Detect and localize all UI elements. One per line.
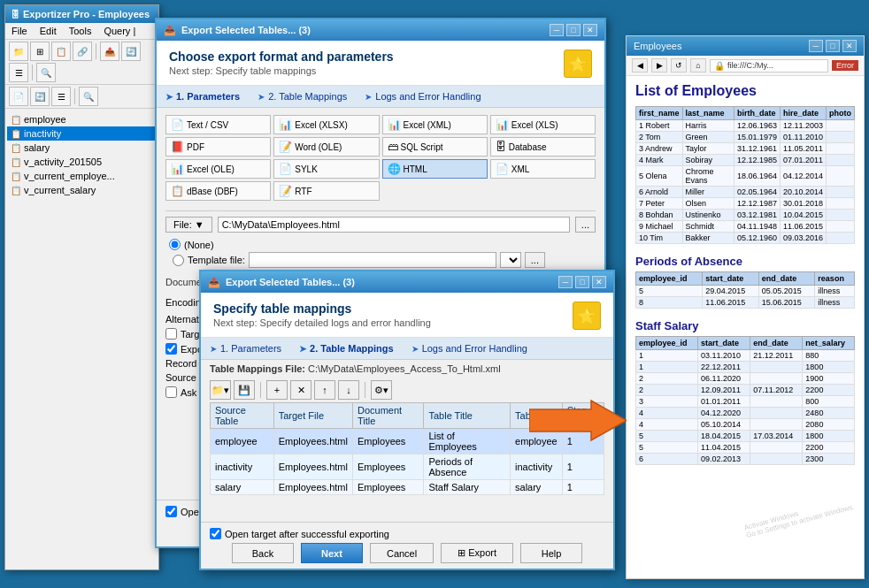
dialog2-tab-logs[interactable]: ➤ Logs and Error Handling [411,343,527,354]
dialog2-tab-parameters[interactable]: ➤ 1. Parameters [210,343,281,354]
format-sylk[interactable]: 📄 SYLK [273,159,379,179]
toolbar-btn-3[interactable]: 📋 [51,42,71,61]
menu-tools[interactable]: Tools [66,25,95,37]
format-word-ole[interactable]: 📝 Word (OLE) [273,137,379,157]
preview-close[interactable]: ✕ [842,40,857,52]
format-database-icon: 🗄 [496,141,506,153]
dialog2-export-button[interactable]: ⊞ Export [441,543,513,563]
format-database[interactable]: 🗄 Database [490,137,596,157]
toolbar2-btn-3[interactable]: ☰ [51,87,71,106]
sidebar-item-v-activity[interactable]: 📋 v_activity_201505 [7,155,157,169]
toolbar2-btn-4[interactable]: 🔍 [79,87,98,106]
dialog2-cancel-button[interactable]: Cancel [370,543,434,563]
toolbar-btn-6[interactable]: 🔄 [121,42,141,61]
file-type-label: File: [173,219,192,230]
dialog2-next-button[interactable]: Next [301,543,363,563]
dialog1-tab-parameters[interactable]: ➤ 1. Parameters [165,91,240,102]
template-file-label: Template file: [188,255,245,265]
template-browse-button[interactable]: ... [525,252,545,268]
mapping-add-btn[interactable]: + [266,380,288,400]
dialog2-close[interactable]: ✕ [592,276,606,288]
format-rtf[interactable]: 📝 RTF [273,181,379,201]
dialog1-maximize[interactable]: □ [566,24,581,36]
file-browse-button[interactable]: ... [575,217,596,233]
open-target-checkbox[interactable] [165,506,177,517]
toolbar2-btn-1[interactable]: 📄 [9,87,28,106]
menu-edit[interactable]: Edit [37,25,59,37]
toolbar-btn-1[interactable]: 📁 [9,42,28,61]
mapping-delete-btn[interactable]: ✕ [290,380,311,400]
format-text-csv-icon: 📄 [171,118,184,131]
dialog1-close[interactable]: ✕ [583,24,597,36]
toolbar-btn-5[interactable]: 📤 [100,42,119,61]
menu-query[interactable]: Query | [101,25,138,37]
dialog1-tab-mappings[interactable]: ➤ 2. Table Mappings [258,91,347,102]
template-file-input[interactable] [249,252,496,268]
mapping-up-btn[interactable]: ↑ [314,380,335,400]
map-sep-1 [260,382,261,398]
toolbar-sep-2 [32,65,33,80]
ask-checkbox[interactable] [165,386,177,398]
preview-maximize[interactable]: □ [826,40,840,52]
dialog2-titlebar: 📤 Export Selected Tables... (3) ─ □ ✕ [201,271,613,293]
menu-file[interactable]: File [9,25,30,37]
toolbar-btn-4[interactable]: 🔗 [73,42,92,61]
preview-titlebar: Employees ─ □ ✕ [627,36,864,56]
preview-back-btn[interactable]: ◀ [632,58,648,73]
preview-minimize[interactable]: ─ [809,40,823,52]
toolbar-btn-2[interactable]: ⊞ [30,42,50,61]
preview-content: List of Employees first_name last_name b… [627,76,864,565]
preview-absence-title: Periods of Absence [635,255,855,268]
tab3-arrow: ➤ [365,92,372,102]
preview-refresh-btn[interactable]: ↺ [671,58,687,73]
template-none-radio[interactable] [169,239,181,250]
format-excel-xml[interactable]: 📊 Excel (XML) [382,115,488,134]
toolbar2-btn-2[interactable]: 🔄 [30,87,50,106]
table-row[interactable]: employee Employees.html Employees List o… [211,429,604,454]
dialog2-minimize[interactable]: ─ [558,276,573,288]
toolbar-btn-8[interactable]: 🔍 [36,63,56,82]
sidebar-item-inactivity[interactable]: 📋 inactivity [7,126,157,141]
template-file-select[interactable] [500,252,521,268]
template-file-radio[interactable] [173,255,184,266]
dialog1-tab-logs[interactable]: ➤ Logs and Error Handling [365,91,481,102]
preview-salary-table: employee_id start_date end_date net_sala… [635,336,855,465]
dialog1-minimize[interactable]: ─ [550,24,564,36]
sidebar-item-v-current-salary[interactable]: 📋 v_current_salary [7,183,157,197]
format-html[interactable]: 🌐 HTML [382,159,488,179]
dialog2-tab-mappings[interactable]: ➤ 2. Table Mappings [299,343,394,354]
format-excel-ole[interactable]: 📊 Excel (OLE) [165,159,271,179]
file-path-input[interactable] [218,217,570,233]
col-doc-title: Document Title [352,403,424,429]
dialog2-back-button[interactable]: Back [232,543,294,563]
format-excel-xlsx[interactable]: 📊 Excel (XLSX) [273,115,379,134]
format-pdf[interactable]: 📕 PDF [165,137,271,157]
mapping-folder-btn[interactable]: 📁▾ [210,380,231,400]
format-excel-xls[interactable]: 📊 Excel (XLS) [490,115,596,134]
sidebar-item-salary[interactable]: 📋 salary [7,141,157,155]
format-xml[interactable]: 📄 XML [490,159,596,179]
file-type-button[interactable]: File: ▼ [165,217,212,233]
preview-error-btn[interactable]: Error [832,60,858,71]
template-file-row: Template file: ... [169,252,596,268]
mapping-down-btn[interactable]: ↓ [338,380,359,400]
preview-home-btn[interactable]: ⌂ [690,58,706,73]
table-row: 518.04.201517.03.20141800 [636,431,855,442]
mapping-config-btn[interactable]: ⚙▾ [371,380,392,400]
export-checkbox[interactable] [165,343,177,355]
sidebar-item-employee[interactable]: 📋 employee [7,112,157,126]
sidebar-item-v-current-employe[interactable]: 📋 v_current_employe... [7,169,157,183]
table-row[interactable]: salary Employees.html Employees Staff Sa… [211,480,604,495]
dialog2-maximize[interactable]: □ [575,276,589,288]
table-row[interactable]: inactivity Employees.html Employees Peri… [211,454,604,480]
format-dbase[interactable]: 📋 dBase (DBF) [165,181,271,201]
dialog2-help-button[interactable]: Help [520,543,582,563]
target-checkbox[interactable] [165,328,177,340]
dialog2-header-title: Specify table mappings [213,302,431,316]
dialog2-open-target-checkbox[interactable] [210,528,221,539]
format-sql[interactable]: 🗃 SQL Script [382,137,488,157]
toolbar-btn-7[interactable]: ☰ [9,63,28,82]
format-text-csv[interactable]: 📄 Text / CSV [165,115,271,134]
preview-forward-btn[interactable]: ▶ [651,58,667,73]
mapping-save-btn[interactable]: 💾 [234,380,255,400]
